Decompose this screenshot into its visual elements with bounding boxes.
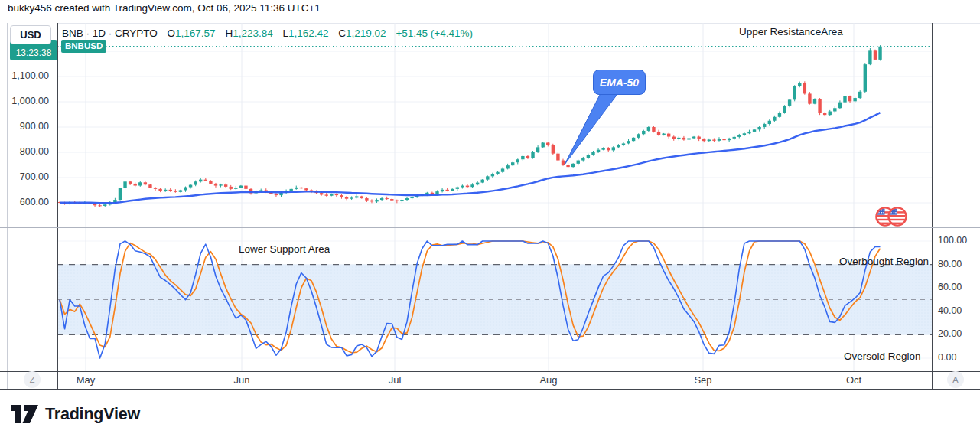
- price-line-symbol-badge: BNBUSD: [61, 40, 106, 53]
- overbought-region-annotation[interactable]: Overbought Region: [839, 256, 929, 267]
- auto-scale-button[interactable]: A: [947, 371, 964, 388]
- tradingview-chart-widget: bukky456 created with TradingView.com, O…: [0, 0, 980, 437]
- symbol-header[interactable]: BNB · 1D · CRYPTO O1,167.57 H1,223.84 L1…: [62, 28, 473, 39]
- us-flags-icon[interactable]: [874, 205, 910, 228]
- ohlc-low: L1,162.42: [282, 28, 328, 39]
- chart-canvas[interactable]: [0, 0, 980, 437]
- change-value: +51.45 (+4.41%): [396, 28, 473, 39]
- oversold-region-annotation[interactable]: Oversold Region: [844, 351, 921, 362]
- tradingview-logo-mark: [11, 403, 38, 426]
- tradingview-logo-text: TradingView: [45, 405, 140, 424]
- ohlc-high: H1,223.84: [225, 28, 272, 39]
- timezone-button[interactable]: Z: [24, 371, 41, 388]
- lower-support-annotation[interactable]: Lower Support Area: [239, 243, 330, 255]
- symbol-title[interactable]: BNB · 1D · CRYPTO: [62, 28, 158, 39]
- ohlc-open: O1,167.57: [168, 28, 216, 39]
- currency-toggle-button[interactable]: USD: [10, 25, 51, 44]
- ema-50-callout[interactable]: EMA-50: [593, 70, 646, 95]
- tradingview-logo[interactable]: TradingView: [11, 403, 140, 426]
- upper-resistance-annotation[interactable]: Upper ResistanceArea: [739, 26, 843, 38]
- ohlc-close: C1,219.02: [338, 28, 386, 39]
